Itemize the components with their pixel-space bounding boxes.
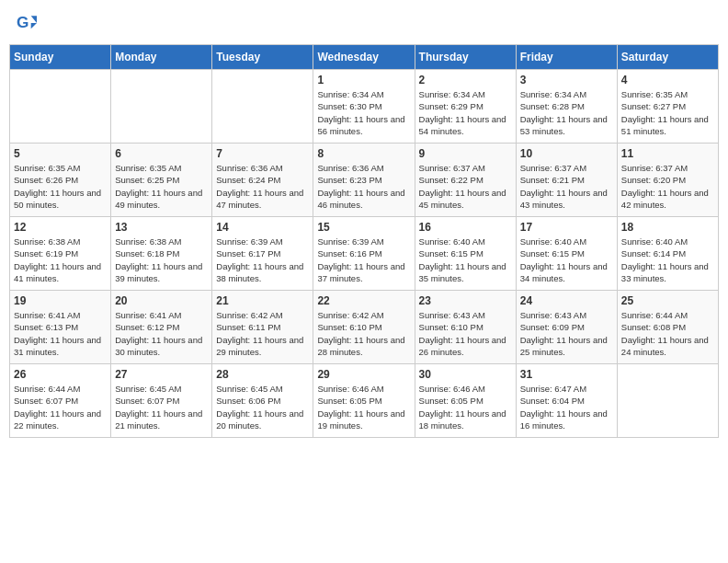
header-tuesday: Tuesday — [212, 45, 313, 70]
day-number: 6 — [115, 147, 208, 160]
day-info: Sunrise: 6:38 AMSunset: 6:19 PMDaylight:… — [14, 236, 107, 284]
svg-marker-2 — [31, 23, 37, 29]
day-number: 3 — [520, 74, 613, 86]
day-cell: 10Sunrise: 6:37 AMSunset: 6:21 PMDayligh… — [516, 144, 617, 217]
header-friday: Friday — [516, 45, 617, 70]
day-number: 12 — [14, 221, 107, 234]
day-number: 2 — [419, 74, 512, 86]
day-cell: 5Sunrise: 6:35 AMSunset: 6:26 PMDaylight… — [10, 144, 111, 217]
day-info: Sunrise: 6:38 AMSunset: 6:18 PMDaylight:… — [115, 236, 208, 284]
day-cell — [111, 70, 212, 144]
day-number: 25 — [621, 294, 714, 307]
day-info: Sunrise: 6:42 AMSunset: 6:11 PMDaylight:… — [216, 309, 309, 358]
day-cell: 22Sunrise: 6:42 AMSunset: 6:10 PMDayligh… — [313, 291, 415, 364]
day-info: Sunrise: 6:41 AMSunset: 6:12 PMDaylight:… — [115, 309, 208, 358]
day-cell — [617, 364, 718, 438]
day-cell: 13Sunrise: 6:38 AMSunset: 6:18 PMDayligh… — [111, 217, 212, 291]
day-info: Sunrise: 6:34 AMSunset: 6:30 PMDaylight:… — [317, 88, 410, 137]
logo-icon: G — [17, 13, 37, 33]
day-info: Sunrise: 6:36 AMSunset: 6:24 PMDaylight:… — [216, 162, 309, 211]
week-row-4: 19Sunrise: 6:41 AMSunset: 6:13 PMDayligh… — [10, 291, 719, 364]
week-row-1: 1Sunrise: 6:34 AMSunset: 6:30 PMDaylight… — [10, 70, 719, 144]
day-cell: 9Sunrise: 6:37 AMSunset: 6:22 PMDaylight… — [415, 144, 516, 217]
day-info: Sunrise: 6:40 AMSunset: 6:15 PMDaylight:… — [520, 236, 613, 284]
day-cell: 28Sunrise: 6:45 AMSunset: 6:06 PMDayligh… — [212, 364, 313, 438]
day-cell: 26Sunrise: 6:44 AMSunset: 6:07 PMDayligh… — [10, 364, 111, 438]
day-cell: 18Sunrise: 6:40 AMSunset: 6:14 PMDayligh… — [617, 217, 718, 291]
logo: G — [17, 13, 40, 33]
day-cell: 30Sunrise: 6:46 AMSunset: 6:05 PMDayligh… — [415, 364, 516, 438]
day-number: 11 — [621, 147, 714, 160]
day-info: Sunrise: 6:35 AMSunset: 6:27 PMDaylight:… — [621, 88, 714, 137]
day-info: Sunrise: 6:44 AMSunset: 6:08 PMDaylight:… — [621, 309, 714, 358]
day-cell: 4Sunrise: 6:35 AMSunset: 6:27 PMDaylight… — [617, 70, 718, 144]
header-wednesday: Wednesday — [313, 45, 415, 70]
day-cell: 29Sunrise: 6:46 AMSunset: 6:05 PMDayligh… — [313, 364, 415, 438]
day-cell: 8Sunrise: 6:36 AMSunset: 6:23 PMDaylight… — [313, 144, 415, 217]
day-cell: 20Sunrise: 6:41 AMSunset: 6:12 PMDayligh… — [111, 291, 212, 364]
day-info: Sunrise: 6:35 AMSunset: 6:25 PMDaylight:… — [115, 162, 208, 211]
day-cell: 25Sunrise: 6:44 AMSunset: 6:08 PMDayligh… — [617, 291, 718, 364]
header-monday: Monday — [111, 45, 212, 70]
day-cell: 15Sunrise: 6:39 AMSunset: 6:16 PMDayligh… — [313, 217, 415, 291]
day-info: Sunrise: 6:46 AMSunset: 6:05 PMDaylight:… — [317, 383, 410, 431]
day-number: 13 — [115, 221, 208, 234]
day-number: 10 — [520, 147, 613, 160]
day-number: 24 — [520, 294, 613, 307]
day-number: 7 — [216, 147, 309, 160]
day-number: 5 — [14, 147, 107, 160]
day-cell: 14Sunrise: 6:39 AMSunset: 6:17 PMDayligh… — [212, 217, 313, 291]
day-info: Sunrise: 6:44 AMSunset: 6:07 PMDaylight:… — [14, 383, 107, 431]
day-cell: 11Sunrise: 6:37 AMSunset: 6:20 PMDayligh… — [617, 144, 718, 217]
day-cell: 24Sunrise: 6:43 AMSunset: 6:09 PMDayligh… — [516, 291, 617, 364]
day-number: 14 — [216, 221, 309, 234]
day-info: Sunrise: 6:34 AMSunset: 6:29 PMDaylight:… — [419, 88, 512, 137]
day-number: 27 — [115, 368, 208, 381]
day-cell: 17Sunrise: 6:40 AMSunset: 6:15 PMDayligh… — [516, 217, 617, 291]
day-cell: 7Sunrise: 6:36 AMSunset: 6:24 PMDaylight… — [212, 144, 313, 217]
day-cell: 23Sunrise: 6:43 AMSunset: 6:10 PMDayligh… — [415, 291, 516, 364]
day-info: Sunrise: 6:45 AMSunset: 6:07 PMDaylight:… — [115, 383, 208, 431]
day-info: Sunrise: 6:45 AMSunset: 6:06 PMDaylight:… — [216, 383, 309, 431]
day-cell: 19Sunrise: 6:41 AMSunset: 6:13 PMDayligh… — [10, 291, 111, 364]
svg-text:G: G — [17, 13, 28, 31]
day-number: 21 — [216, 294, 309, 307]
header-sunday: Sunday — [10, 45, 111, 70]
day-number: 18 — [621, 221, 714, 234]
header-thursday: Thursday — [415, 45, 516, 70]
day-info: Sunrise: 6:37 AMSunset: 6:20 PMDaylight:… — [621, 162, 714, 211]
day-cell: 16Sunrise: 6:40 AMSunset: 6:15 PMDayligh… — [415, 217, 516, 291]
day-number: 19 — [14, 294, 107, 307]
day-cell — [10, 70, 111, 144]
day-cell: 31Sunrise: 6:47 AMSunset: 6:04 PMDayligh… — [516, 364, 617, 438]
day-cell — [212, 70, 313, 144]
day-number: 23 — [419, 294, 512, 307]
day-info: Sunrise: 6:35 AMSunset: 6:26 PMDaylight:… — [14, 162, 107, 211]
day-number: 15 — [317, 221, 410, 234]
day-number: 22 — [317, 294, 410, 307]
day-number: 16 — [419, 221, 512, 234]
day-number: 31 — [520, 368, 613, 381]
day-info: Sunrise: 6:37 AMSunset: 6:22 PMDaylight:… — [419, 162, 512, 211]
day-cell: 12Sunrise: 6:38 AMSunset: 6:19 PMDayligh… — [10, 217, 111, 291]
day-cell: 27Sunrise: 6:45 AMSunset: 6:07 PMDayligh… — [111, 364, 212, 438]
page-header: G — [9, 9, 719, 37]
day-info: Sunrise: 6:40 AMSunset: 6:14 PMDaylight:… — [621, 236, 714, 284]
day-info: Sunrise: 6:42 AMSunset: 6:10 PMDaylight:… — [317, 309, 410, 358]
day-cell: 21Sunrise: 6:42 AMSunset: 6:11 PMDayligh… — [212, 291, 313, 364]
header-saturday: Saturday — [617, 45, 718, 70]
day-cell: 3Sunrise: 6:34 AMSunset: 6:28 PMDaylight… — [516, 70, 617, 144]
header-row: SundayMondayTuesdayWednesdayThursdayFrid… — [10, 45, 719, 70]
day-info: Sunrise: 6:39 AMSunset: 6:16 PMDaylight:… — [317, 236, 410, 284]
svg-marker-1 — [31, 16, 37, 23]
week-row-3: 12Sunrise: 6:38 AMSunset: 6:19 PMDayligh… — [10, 217, 719, 291]
day-number: 9 — [419, 147, 512, 160]
day-number: 28 — [216, 368, 309, 381]
calendar-table: SundayMondayTuesdayWednesdayThursdayFrid… — [9, 44, 719, 438]
day-info: Sunrise: 6:36 AMSunset: 6:23 PMDaylight:… — [317, 162, 410, 211]
day-cell: 6Sunrise: 6:35 AMSunset: 6:25 PMDaylight… — [111, 144, 212, 217]
week-row-2: 5Sunrise: 6:35 AMSunset: 6:26 PMDaylight… — [10, 144, 719, 217]
day-number: 1 — [317, 74, 410, 86]
day-number: 26 — [14, 368, 107, 381]
week-row-5: 26Sunrise: 6:44 AMSunset: 6:07 PMDayligh… — [10, 364, 719, 438]
